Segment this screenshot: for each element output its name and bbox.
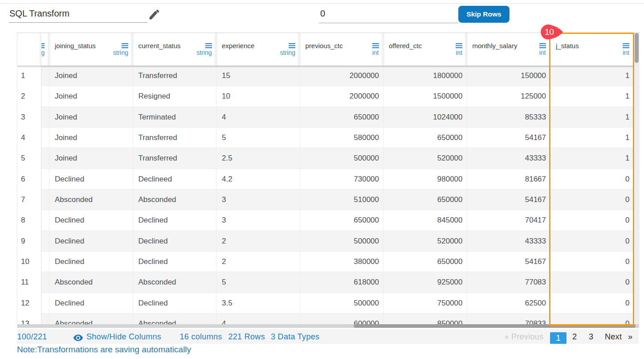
- svg-text:10: 10: [545, 27, 554, 37]
